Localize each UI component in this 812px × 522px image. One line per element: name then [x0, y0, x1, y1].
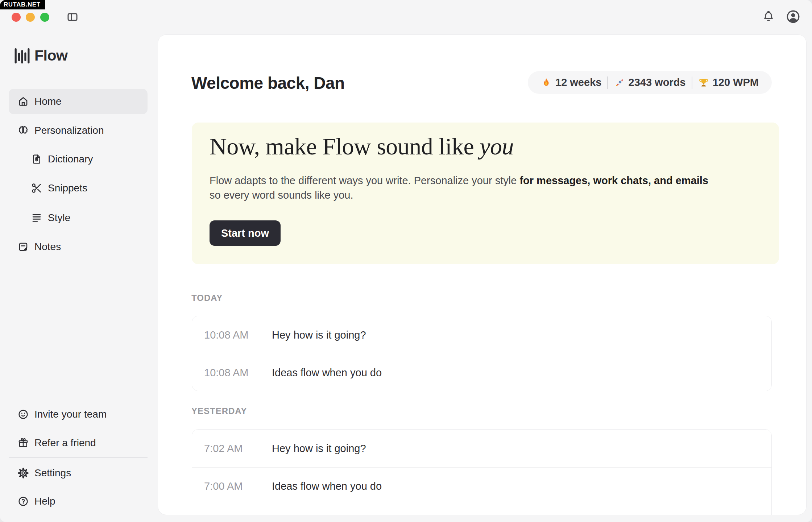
- sidebar-item-settings[interactable]: Settings: [9, 460, 148, 486]
- bell-icon: [762, 10, 775, 24]
- notifications-button[interactable]: [761, 9, 776, 24]
- yesterday-entries-card: 7:02 AM Hey how is it going? 7:00 AM Ide…: [192, 429, 772, 515]
- wpm-stat: 120 WPM: [698, 76, 759, 88]
- sidebar-item-label: Settings: [34, 467, 71, 479]
- sidebar-item-label: Snippets: [48, 182, 87, 194]
- promo-description: Flow adapts to the different ways you wr…: [210, 173, 717, 202]
- trophy-icon: [698, 77, 709, 88]
- entry-time: 7:00 AM: [204, 480, 272, 492]
- gear-icon: [17, 467, 29, 479]
- account-icon: [786, 9, 801, 24]
- rocket-icon: [614, 77, 625, 88]
- account-button[interactable]: [785, 9, 801, 25]
- promo-description-bold: for messages, work chats, and emails: [519, 175, 708, 186]
- brain-icon: [17, 125, 29, 136]
- sidebar-item-label: Style: [48, 212, 70, 224]
- sidebar-item-label: Dictionary: [48, 153, 93, 165]
- close-window-button[interactable]: [12, 13, 21, 22]
- zoom-window-button[interactable]: [40, 13, 49, 22]
- section-label-yesterday: YESTERDAY: [191, 406, 247, 416]
- entry-text: Hey how is it going?: [272, 443, 366, 455]
- today-entries-card: 10:08 AM Hey how is it going? 10:08 AM I…: [192, 316, 772, 391]
- promo-title: Now, make Flow sound like you: [210, 133, 514, 160]
- sidebar-item-label: Help: [34, 496, 55, 507]
- sidebar-divider: [9, 457, 148, 458]
- gift-icon: [17, 437, 29, 449]
- sidebar-item-label: Notes: [34, 241, 61, 253]
- sidebar-item-home[interactable]: Home: [9, 89, 148, 114]
- history-entry[interactable]: 10:08 AM Hey how is it going?: [192, 316, 771, 354]
- main-content-panel: Welcome back, Dan 12 weeks: [158, 34, 807, 515]
- app-title: Flow: [34, 47, 67, 64]
- history-entry-partial[interactable]: [192, 505, 771, 515]
- personalization-promo-card: Now, make Flow sound like you Flow adapt…: [192, 123, 779, 264]
- entry-text: Ideas flow when you do: [272, 480, 382, 492]
- sidebar-item-label: Invite your team: [34, 409, 107, 420]
- watermark-badge: RUTAB.NET: [0, 0, 45, 9]
- history-entry[interactable]: 7:00 AM Ideas flow when you do: [192, 467, 771, 505]
- history-entry[interactable]: 7:02 AM Hey how is it going?: [192, 430, 771, 467]
- minimize-window-button[interactable]: [26, 13, 35, 22]
- sidebar-item-invite-your-team[interactable]: Invite your team: [9, 402, 148, 427]
- wpm-value: 120 WPM: [713, 76, 759, 88]
- entry-text: Hey how is it going?: [272, 329, 366, 341]
- help-icon: [17, 496, 29, 507]
- note-icon: [17, 241, 29, 253]
- flow-logo-icon: [14, 48, 30, 63]
- words-value: 2343 words: [629, 76, 686, 88]
- sidebar-item-style[interactable]: Style: [9, 205, 148, 231]
- sidebar-item-help[interactable]: Help: [9, 489, 148, 514]
- sidebar-item-label: Personalization: [34, 125, 104, 136]
- page-title: Welcome back, Dan: [191, 73, 345, 93]
- sidebar-item-personalization[interactable]: Personalization: [9, 118, 148, 143]
- smiley-icon: [17, 409, 29, 420]
- stats-pill: 12 weeks 2343 words: [528, 71, 772, 94]
- start-now-button[interactable]: Start now: [210, 220, 281, 246]
- sidebar-toggle-button[interactable]: [66, 11, 79, 23]
- sidebar-item-label: Home: [34, 96, 62, 107]
- stat-divider: [692, 76, 692, 89]
- app-window: RUTAB.NET: [0, 0, 812, 522]
- app-logo: Flow: [14, 47, 67, 64]
- sidebar-item-notes[interactable]: Notes: [9, 234, 148, 260]
- section-label-today: TODAY: [191, 293, 223, 303]
- sidebar-item-refer-a-friend[interactable]: Refer a friend: [9, 430, 148, 456]
- stat-divider: [607, 76, 608, 89]
- streak-value: 12 weeks: [555, 76, 601, 88]
- entry-text: Ideas flow when you do: [272, 367, 382, 379]
- sidebar-item-label: Refer a friend: [34, 437, 96, 449]
- words-stat: 2343 words: [614, 76, 686, 88]
- entry-time: 10:08 AM: [204, 367, 272, 379]
- sidebar-toggle-icon: [66, 11, 79, 23]
- history-entry[interactable]: 10:08 AM Ideas flow when you do: [192, 354, 771, 391]
- home-icon: [17, 96, 29, 107]
- streak-stat: 12 weeks: [541, 76, 601, 88]
- flame-icon: [541, 77, 552, 88]
- sidebar-item-dictionary[interactable]: Dictionary: [9, 146, 148, 172]
- entry-time: 10:08 AM: [204, 329, 272, 341]
- entry-time: 7:02 AM: [204, 443, 272, 455]
- file-paperclip-icon: [31, 153, 42, 165]
- scissors-icon: [31, 182, 42, 194]
- text-lines-icon: [31, 212, 42, 224]
- promo-title-emphasis: you: [480, 133, 514, 160]
- sidebar-item-snippets[interactable]: Snippets: [9, 175, 148, 201]
